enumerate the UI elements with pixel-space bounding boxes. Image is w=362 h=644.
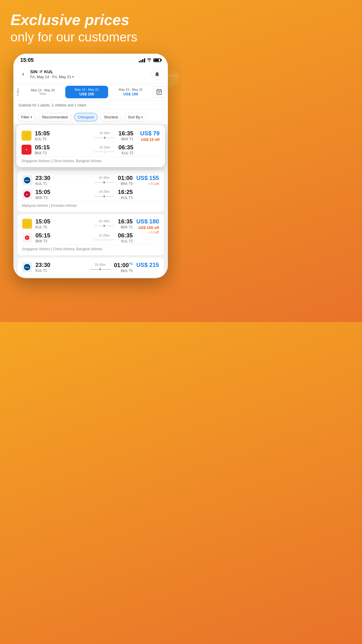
recommended-button[interactable]: Recommended [38, 113, 71, 121]
date-tab-0-dates: May 13 - May 20 [23, 88, 63, 92]
flight-0-ret-arr-time: 16:25 [118, 189, 133, 195]
date-tab-2-price: US$ 199 [110, 92, 151, 96]
outbound-arr: 16:35 BKK T1 [118, 130, 133, 141]
back-button[interactable]: ‹ [19, 70, 28, 78]
flight-0-dep-airport: KUL T1 [36, 182, 91, 186]
flight-0-price: US$ 155 [136, 175, 159, 181]
plane-icon: ✈ [103, 136, 106, 140]
shortest-button[interactable]: Shortest [100, 113, 122, 121]
return-dep: 05:15 BKK T2 [35, 144, 91, 155]
return-duration: 1h 20m [99, 146, 110, 149]
flight-0-segments: MAS 23:30 KUL T1 1h 30m [22, 175, 133, 200]
ca-logo-2: 中 [22, 233, 32, 243]
flight-card-2[interactable]: MAS 23:30 KUL T1 1h 30m [17, 258, 164, 277]
ca-logo-icon-2: 中 [24, 235, 30, 241]
date-tab-0-label: View [23, 92, 63, 95]
flight-1-outbound: 15:05 KUL T5 1h 30m ✈ [22, 218, 133, 229]
flight-1-dep-airport: KUL T5 [36, 225, 91, 229]
singapore-airlines-logo [22, 131, 31, 141]
flight-0-ret-duration: 1h 20m [99, 190, 110, 193]
flight-1-ret-dep-airport: BKK T2 [36, 239, 91, 243]
origin-code: SIN [30, 69, 38, 74]
svg-text:中: 中 [26, 237, 28, 239]
sg-logo-icon-2 [24, 220, 30, 227]
flight-1-segments: 15:05 KUL T5 1h 30m ✈ [22, 218, 133, 243]
my-logo-icon-3: MAS [24, 264, 31, 271]
battery-icon [153, 58, 161, 62]
sortby-label: Sort By [128, 115, 140, 119]
flight-0-left: < 5 Left [148, 182, 159, 186]
app-header: ‹ SIN ⇄ KUL Fri, May 14 · Fri, May 21 ▾ [13, 66, 168, 83]
plane-icon-2: ✈ [99, 267, 102, 272]
flight-card-0[interactable]: MAS 23:30 KUL T1 1h 30m [17, 171, 164, 212]
date-tab-0[interactable]: May 13 - May 20 View [22, 86, 64, 97]
return-middle: 1h 20m 1 [94, 146, 115, 153]
flight-results: 15:05 KUL T5 1h 30m ✈ [13, 124, 168, 277]
sg-logo-2 [22, 219, 32, 229]
flight-0-ret-arr-airport: KUL T1 [118, 196, 133, 200]
flight-0-content: MAS 23:30 KUL T1 1h 30m [22, 175, 159, 200]
status-icons [139, 58, 161, 63]
flight-card-1[interactable]: 15:05 KUL T5 1h 30m ✈ [17, 214, 164, 255]
sortby-button[interactable]: Sort By ▾ [124, 113, 147, 121]
date-strip: 8 days May 13 - May 20 View May 14 - May… [13, 83, 168, 101]
hero-section: Exclusive prices only for our customers [0, 0, 181, 45]
calendar-button[interactable] [153, 86, 165, 98]
dest-code: KUL [44, 69, 53, 74]
plane-icon-1: ✈ [103, 224, 106, 228]
flight-1-dep-time: 15:05 [36, 218, 91, 225]
flight-2-duration: 1h 30m [95, 263, 106, 266]
wifi-icon [147, 58, 152, 63]
flight-1-duration: 1h 30m [99, 219, 110, 223]
flight-1-price: US$ 180 [136, 218, 159, 225]
flight-1-ret-arr-time: 06:35 [118, 232, 133, 239]
date-tab-2[interactable]: May 15 - May 22 US$ 199 [109, 86, 152, 98]
outbound-segment: 15:05 KUL T5 1h 30m ✈ [22, 130, 133, 141]
sg-logo-icon [23, 132, 30, 139]
bell-button[interactable] [152, 69, 163, 80]
ca-logo-icon: 中 [24, 147, 29, 153]
svg-rect-10 [158, 92, 159, 92]
flight-2-price: US$ 215 [136, 262, 159, 268]
featured-flight-content: 15:05 KUL T5 1h 30m ✈ [22, 130, 160, 155]
flight-0-price-col: US$ 155 < 5 Left [133, 175, 159, 186]
outbound-dep-airport: KUL T5 [35, 137, 91, 141]
flight-2-price-col: US$ 215 [133, 262, 159, 268]
flight-2-dep-time: 23:30 [36, 262, 87, 268]
flight-0-ret-dep-airport: BKK T3 [36, 196, 91, 200]
route-dates[interactable]: Fri, May 14 · Fri, May 21 ▾ [30, 75, 152, 79]
flight-1-left: < 1 Left [148, 230, 159, 234]
flight-0-return: EK 15:05 BKK T3 1h 20m [22, 189, 133, 200]
recommended-label: Recommended [42, 115, 68, 119]
bell-icon [154, 71, 160, 77]
date-tab-1-price: US$ 155 [66, 92, 107, 96]
outbound-line: ✈ [94, 136, 115, 140]
return-dep-time: 05:15 [35, 144, 91, 151]
filter-button[interactable]: Filter ▾ [17, 113, 36, 121]
cheapest-button[interactable]: Cheapest [74, 113, 98, 121]
flight-1-content: 15:05 KUL T5 1h 30m ✈ [22, 218, 159, 243]
date-tab-1[interactable]: May 14 - May 21 US$ 155 [65, 86, 108, 98]
flight-1-stop: 1 [103, 238, 105, 242]
featured-flight-card[interactable]: 15:05 KUL T5 1h 30m ✈ [16, 125, 165, 167]
flight-2-segments: MAS 23:30 KUL T1 1h 30m [22, 262, 133, 273]
flight-1-ret-dep-time: 05:15 [36, 232, 91, 239]
flight-0-outbound: MAS 23:30 KUL T1 1h 30m [22, 175, 133, 186]
route-text: SIN ⇄ KUL [30, 69, 152, 74]
svg-text:中: 中 [26, 148, 27, 150]
svg-rect-13 [158, 93, 159, 94]
return-stop-label: 1 [104, 150, 106, 153]
flight-2-arr-airport: BKK T5 [114, 269, 133, 273]
flight-1-arr-airport: BKK T1 [118, 225, 133, 229]
outbound-arr-time: 16:35 [118, 130, 133, 137]
hero-title-bold: Exclusive prices [10, 12, 171, 28]
phone-mockup: 15:05 ‹ [0, 54, 181, 278]
flight-0-arr-airport: BKK T5 [118, 182, 133, 186]
date-tab-2-dates: May 15 - May 22 [110, 88, 151, 91]
malaysia-airlines-logo: MAS [22, 175, 32, 185]
featured-segments: 15:05 KUL T5 1h 30m ✈ [22, 130, 133, 155]
plane-icon-0: ✈ [103, 180, 106, 185]
outbound-dep: 15:05 KUL T5 [35, 130, 91, 141]
calendar-icon [156, 89, 162, 95]
return-arr: 06:35 KUL T2 [118, 144, 133, 155]
